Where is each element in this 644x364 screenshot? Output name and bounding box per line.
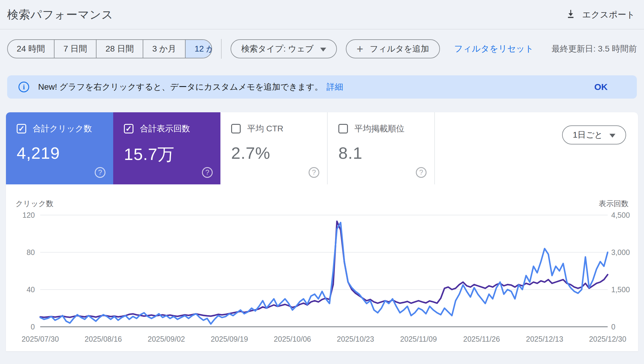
granularity-dropdown[interactable]: 1日ごと [562,125,626,144]
x-axis-tick: 2025/11/09 [400,335,437,343]
new-feature-banner: i New! グラフを右クリックすると、データにカスタムメモを追加できます。 詳… [7,75,637,99]
chart-line-impressions[interactable] [40,221,608,318]
chevron-down-icon [609,134,615,138]
right-axis-tick: 1,500 [611,285,630,294]
metric-value: 15.7万 [124,143,220,166]
left-axis-tick: 80 [27,248,35,256]
page-title: 検索パフォーマンス [7,7,113,22]
help-icon[interactable]: ? [202,167,213,178]
checkbox-unchecked-icon[interactable] [338,124,348,133]
date-range-3m[interactable]: 3 か月 [143,40,185,58]
metric-value: 4,219 [17,143,113,163]
performance-chart[interactable]: クリック数 表示回数 0408012001,5003,0004,5002025/… [6,184,638,351]
x-axis-tick: 2025/10/23 [337,335,374,343]
date-range-label: 24 時間 [17,43,45,55]
right-axis-tick: 3,000 [611,248,630,256]
metric-value: 2.7% [231,143,327,163]
metric-value: 8.1 [338,143,434,163]
metric-label: 合計表示回数 [140,123,190,134]
reset-filters-link[interactable]: フィルタをリセット [454,43,534,55]
banner-ok-button[interactable]: OK [588,82,626,92]
date-range-label: 28 日間 [105,43,134,55]
help-icon[interactable]: ? [95,167,105,178]
date-range-label: 3 か月 [152,43,176,55]
x-axis-tick: 2025/12/13 [526,335,563,343]
download-icon [566,8,576,21]
chart-canvas[interactable]: 0408012001,5003,0004,5002025/07/302025/0… [6,184,638,351]
x-axis-tick: 2025/10/06 [274,335,311,343]
search-type-label: 検索タイプ: ウェブ [241,43,314,55]
left-axis-tick: 40 [27,285,35,294]
metric-label: 平均掲載順位 [354,123,405,134]
x-axis-tick: 2025/12/30 [589,335,626,343]
export-label: エクスポート [582,9,635,21]
left-axis-tick: 0 [31,323,35,331]
checkbox-unchecked-icon[interactable] [231,124,241,133]
search-type-dropdown[interactable]: 検索タイプ: ウェブ [231,39,337,58]
date-range-label: 12 か月 [195,43,212,55]
date-range-24h[interactable]: 24 時間 [8,40,54,58]
filter-toolbar: 24 時間 7 日間 28 日間 3 か月 12 か月 検索タイプ: ウェブ +… [7,39,637,59]
x-axis-tick: 2025/09/19 [211,335,248,343]
date-range-28d[interactable]: 28 日間 [96,40,143,58]
last-updated-text: 最終更新日: 3.5 時間前 [552,43,637,55]
export-button[interactable]: エクスポート [566,8,635,21]
metric-card-average-position[interactable]: 平均掲載順位 8.1 ? [328,112,435,184]
search-performance-page: 検索パフォーマンス エクスポート 24 時間 7 日間 28 日間 3 か月 1… [0,0,644,364]
granularity-label: 1日ごと [573,129,603,141]
toolbar-divider [221,39,222,59]
page-header: 検索パフォーマンス エクスポート [0,0,644,29]
add-filter-button[interactable]: + フィルタを追加 [346,39,440,58]
x-axis-tick: 2025/09/02 [148,335,185,343]
info-icon: i [18,82,29,92]
checkbox-checked-icon[interactable]: ✓ [124,124,133,133]
performance-panel: ✓ 合計クリック数 4,219 ? ✓ 合計表示回数 15.7万 ? 平均 CT… [6,112,638,351]
right-axis-title: 表示回数 [599,199,629,209]
metric-card-total-impressions[interactable]: ✓ 合計表示回数 15.7万 ? [113,112,220,184]
metric-label: 平均 CTR [247,123,283,134]
chevron-down-icon [320,48,326,52]
date-range-7d[interactable]: 7 日間 [54,40,96,58]
metric-card-average-ctr[interactable]: 平均 CTR 2.7% ? [220,112,328,184]
date-range-12m[interactable]: 12 か月 [185,40,212,58]
date-range-group: 24 時間 7 日間 28 日間 3 か月 12 か月 [7,39,212,58]
metric-card-total-clicks[interactable]: ✓ 合計クリック数 4,219 ? [6,112,113,184]
metric-label: 合計クリック数 [33,123,92,134]
chart-line-clicks[interactable] [40,223,608,324]
add-filter-label: フィルタを追加 [370,43,429,55]
metric-cards-row: ✓ 合計クリック数 4,219 ? ✓ 合計表示回数 15.7万 ? 平均 CT… [6,112,638,184]
right-axis-tick: 0 [611,323,615,331]
x-axis-tick: 2025/08/16 [85,335,122,343]
x-axis-tick: 2025/11/26 [463,335,500,343]
plus-icon: + [357,43,363,55]
help-icon[interactable]: ? [416,167,427,178]
x-axis-tick: 2025/07/30 [21,335,59,343]
header-divider [0,29,644,29]
banner-message: New! グラフを右クリックすると、データにカスタムメモを追加できます。 [38,81,323,93]
left-axis-tick: 120 [22,211,35,219]
date-range-label: 7 日間 [63,43,87,55]
left-axis-title: クリック数 [15,199,53,209]
details-link[interactable]: 詳細 [326,81,343,93]
right-axis-tick: 4,500 [611,211,630,219]
checkbox-checked-icon[interactable]: ✓ [17,124,26,133]
help-icon[interactable]: ? [309,167,319,178]
